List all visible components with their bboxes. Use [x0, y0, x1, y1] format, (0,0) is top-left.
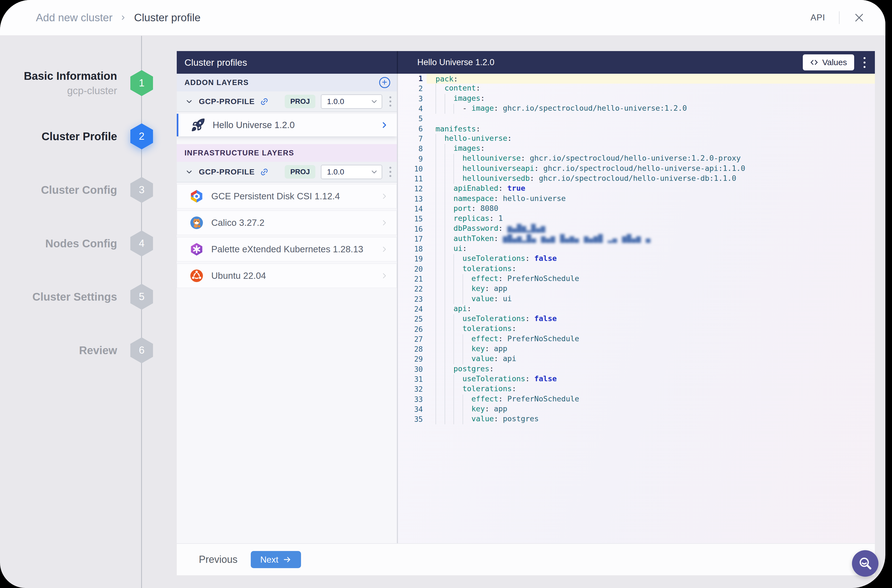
code-icon — [810, 58, 818, 66]
code-line: 28key: app — [398, 344, 875, 354]
collapse-chevron-icon[interactable] — [185, 168, 193, 176]
line-number: 34 — [398, 405, 428, 414]
line-number: 29 — [398, 355, 428, 363]
line-number: 25 — [398, 315, 428, 323]
step-label: Cluster Config — [41, 184, 117, 196]
layer-row[interactable]: Ubuntu 22.04 — [177, 264, 397, 288]
wizard-footer: Previous Next — [177, 543, 875, 575]
layer-row[interactable]: Palette eXtended Kubernetes 1.28.13 — [177, 237, 397, 261]
code-line: 9hellouniverse: ghcr.io/spectrocloud/hel… — [398, 154, 875, 164]
code-line: 5 — [398, 114, 875, 124]
code-line: 35value: postgres — [398, 414, 875, 424]
layer-name: Hello Universe 1.2.0 — [213, 120, 295, 130]
kubernetes-icon — [189, 242, 204, 257]
layer-row[interactable]: GCE Persistent Disk CSI 1.12.4 — [177, 184, 397, 208]
line-number: 32 — [398, 385, 428, 393]
line-number: 4 — [398, 105, 428, 113]
code-line: 29value: api — [398, 354, 875, 364]
chevron-down-icon — [370, 98, 378, 106]
line-number: 26 — [398, 325, 428, 333]
step-number-hexagon: 3 — [130, 177, 153, 203]
step-basic-information[interactable]: Basic Information gcp-cluster 1 — [0, 70, 153, 96]
chevron-right-icon — [120, 14, 127, 21]
line-number: 35 — [398, 415, 428, 423]
values-button[interactable]: Values — [803, 54, 854, 70]
line-number: 19 — [398, 255, 428, 263]
previous-button[interactable]: Previous — [199, 554, 237, 566]
step-label: Basic Information — [24, 70, 117, 82]
step-number-hexagon: 2 — [130, 123, 153, 149]
line-number: 30 — [398, 365, 428, 374]
layer-name: Ubuntu 22.04 — [211, 270, 266, 281]
step-cluster-config[interactable]: Cluster Config 3 — [0, 177, 153, 203]
rocket-icon — [191, 118, 206, 132]
breadcrumb-parent-link[interactable]: Add new cluster — [36, 12, 113, 24]
step-nodes-config[interactable]: Nodes Config 4 — [0, 231, 153, 256]
step-label: Review — [79, 344, 117, 357]
code-line: 2content: — [398, 84, 875, 94]
line-number: 28 — [398, 345, 428, 353]
yaml-editor[interactable]: 1pack:2content:3images:4- image: ghcr.io… — [398, 74, 875, 543]
cluster-profiles-panel: Cluster profiles ADDON LAYERS+ GCP-PROFI… — [177, 51, 397, 543]
step-label: Cluster Profile — [42, 130, 117, 143]
code-line: 16dbPassword: ▆▄█▆▂█▄▆ — [398, 224, 875, 234]
section-header-infra: INFRASTRUCTURE LAYERS — [177, 144, 397, 162]
step-label: Nodes Config — [45, 237, 117, 250]
line-number: 5 — [398, 115, 428, 123]
line-number: 9 — [398, 155, 428, 163]
ubuntu-icon — [189, 268, 204, 283]
kebab-menu-icon[interactable] — [388, 94, 393, 108]
layer-name: GCE Persistent Disk CSI 1.12.4 — [211, 191, 340, 201]
search-fab-button[interactable] — [852, 550, 878, 577]
add-layer-button[interactable]: + — [379, 77, 390, 88]
step-cluster-profile[interactable]: Cluster Profile 2 — [0, 123, 153, 149]
api-button[interactable]: API — [811, 13, 825, 22]
layer-row[interactable]: Hello Universe 1.2.0 — [177, 114, 397, 136]
code-line: 20tolerations: — [398, 264, 875, 274]
line-number: 6 — [398, 125, 428, 133]
code-line: 18ui: — [398, 244, 875, 254]
version-select[interactable]: 1.0.0 — [321, 165, 382, 179]
chevron-right-icon — [380, 272, 389, 280]
version-select[interactable]: 1.0.0 — [321, 94, 382, 109]
line-number: 16 — [398, 225, 428, 233]
page-title: Cluster profile — [134, 12, 200, 24]
chevron-right-icon — [380, 120, 389, 130]
step-number-hexagon: 5 — [130, 284, 153, 310]
code-line: 22key: app — [398, 284, 875, 294]
step-number-hexagon: 1 — [130, 70, 153, 96]
line-number: 33 — [398, 395, 428, 404]
profile-name: GCP-PROFILE — [199, 97, 255, 106]
code-line: 31useTolerations: false — [398, 374, 875, 384]
close-icon[interactable] — [853, 12, 865, 24]
line-number: 10 — [398, 165, 428, 173]
step-number-hexagon: 4 — [130, 231, 153, 256]
code-line: 33effect: PreferNoSchedule — [398, 394, 875, 404]
code-line: 27effect: PreferNoSchedule — [398, 334, 875, 344]
step-cluster-settings[interactable]: Cluster Settings 5 — [0, 284, 153, 310]
code-line: 6manifests: — [398, 124, 875, 134]
chevron-right-icon — [380, 218, 389, 227]
code-line: 13namespace: hello-universe — [398, 194, 875, 204]
divider — [839, 11, 839, 24]
code-line: 24api: — [398, 304, 875, 314]
code-line: 7hello-universe: — [398, 134, 875, 144]
line-number: 27 — [398, 335, 428, 344]
cluster-profiles-header: Cluster profiles — [177, 51, 397, 74]
line-number: 13 — [398, 195, 428, 203]
code-line: 34key: app — [398, 404, 875, 414]
collapse-chevron-icon[interactable] — [185, 98, 193, 106]
gce-icon — [189, 189, 204, 204]
profile-row-addon: GCP-PROFILE PROJ 1.0.0 — [177, 92, 397, 112]
layer-name: Palette eXtended Kubernetes 1.28.13 — [211, 244, 363, 255]
code-line: 30postgres: — [398, 364, 875, 374]
step-sublabel: gcp-cluster — [67, 85, 117, 97]
editor-panel: Hello Universe 1.2.0 Values 1pack:2conte… — [398, 51, 875, 543]
line-number: 12 — [398, 184, 428, 193]
step-review[interactable]: Review 6 — [0, 338, 153, 363]
editor-kebab-menu-icon[interactable] — [861, 55, 868, 70]
stepper-connector-line — [141, 36, 142, 588]
next-button[interactable]: Next — [251, 551, 301, 568]
layer-row[interactable]: Calico 3.27.2 — [177, 211, 397, 235]
kebab-menu-icon[interactable] — [388, 165, 393, 178]
